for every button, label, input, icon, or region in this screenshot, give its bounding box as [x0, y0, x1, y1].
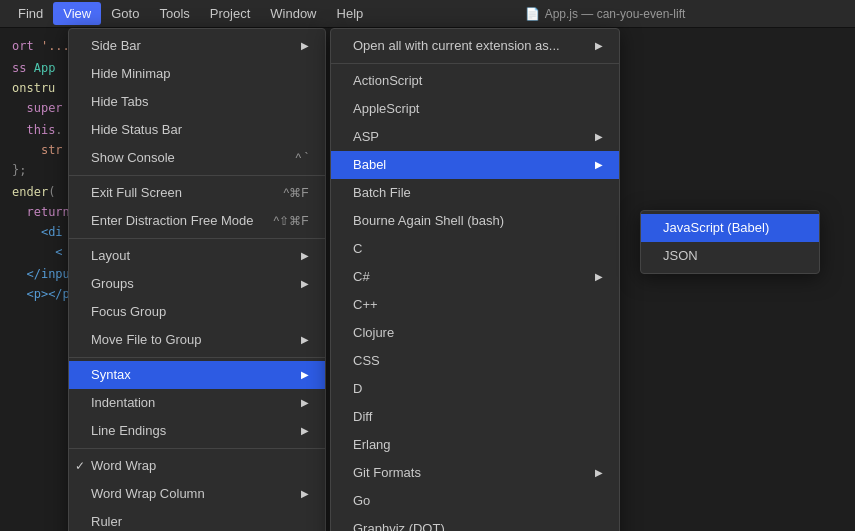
menu-item-json[interactable]: JSON [641, 242, 819, 270]
menu-item-indentation[interactable]: Indentation ▶ [69, 389, 325, 417]
submenu-arrow: ▶ [595, 155, 603, 175]
menu-item-git-formats[interactable]: Git Formats ▶ [331, 459, 619, 487]
menu-goto[interactable]: Goto [101, 2, 149, 25]
menu-item-syntax[interactable]: Syntax ▶ [69, 361, 325, 389]
menu-item-batch-file[interactable]: Batch File [331, 179, 619, 207]
menu-item-hide-tabs[interactable]: Hide Tabs [69, 88, 325, 116]
menu-item-hide-minimap[interactable]: Hide Minimap [69, 60, 325, 88]
menu-separator [69, 238, 325, 239]
menu-item-ruler[interactable]: Ruler [69, 508, 325, 531]
menu-separator [69, 448, 325, 449]
menu-item-move-file[interactable]: Move File to Group ▶ [69, 326, 325, 354]
menu-item-c[interactable]: C [331, 235, 619, 263]
menu-separator [331, 63, 619, 64]
menu-item-erlang[interactable]: Erlang [331, 431, 619, 459]
check-icon: ✓ [75, 456, 85, 476]
submenu-arrow: ▶ [301, 421, 309, 441]
menubar: Find View Goto Tools Project Window Help… [0, 0, 855, 28]
menu-find[interactable]: Find [8, 2, 53, 25]
menu-item-layout[interactable]: Layout ▶ [69, 242, 325, 270]
submenu-arrow: ▶ [301, 365, 309, 385]
menu-separator [69, 357, 325, 358]
submenu-arrow: ▶ [595, 267, 603, 287]
submenu-arrow: ▶ [301, 36, 309, 56]
menu-item-word-wrap-column[interactable]: Word Wrap Column ▶ [69, 480, 325, 508]
menu-item-d[interactable]: D [331, 375, 619, 403]
submenu-arrow: ▶ [595, 127, 603, 147]
menu-window[interactable]: Window [260, 2, 326, 25]
menu-item-distraction-free[interactable]: Enter Distraction Free Mode ^⇧⌘F [69, 207, 325, 235]
menu-item-cpp[interactable]: C++ [331, 291, 619, 319]
submenu-arrow: ▶ [301, 330, 309, 350]
menu-item-groups[interactable]: Groups ▶ [69, 270, 325, 298]
menu-item-bash[interactable]: Bourne Again Shell (bash) [331, 207, 619, 235]
submenu-arrow: ▶ [301, 274, 309, 294]
menu-item-asp[interactable]: ASP ▶ [331, 123, 619, 151]
menu-view[interactable]: View [53, 2, 101, 25]
menu-item-csharp[interactable]: C# ▶ [331, 263, 619, 291]
menu-project[interactable]: Project [200, 2, 260, 25]
menu-item-babel[interactable]: Babel ▶ [331, 151, 619, 179]
menu-item-hide-status[interactable]: Hide Status Bar [69, 116, 325, 144]
menu-item-exit-fullscreen[interactable]: Exit Full Screen ^⌘F [69, 179, 325, 207]
submenu-arrow: ▶ [595, 36, 603, 56]
menu-item-javascript-babel[interactable]: JavaScript (Babel) [641, 214, 819, 242]
menu-item-applescript[interactable]: AppleScript [331, 95, 619, 123]
menu-item-diff[interactable]: Diff [331, 403, 619, 431]
submenu-arrow: ▶ [301, 484, 309, 504]
menu-item-show-console[interactable]: Show Console ^ ` [69, 144, 325, 172]
title-text: App.js — can-you-even-lift [545, 7, 686, 21]
menu-item-line-endings[interactable]: Line Endings ▶ [69, 417, 325, 445]
menu-separator [69, 175, 325, 176]
menu-item-clojure[interactable]: Clojure [331, 319, 619, 347]
menu-item-sidebar[interactable]: Side Bar ▶ [69, 32, 325, 60]
menu-item-css[interactable]: CSS [331, 347, 619, 375]
menu-item-actionscript[interactable]: ActionScript [331, 67, 619, 95]
menu-tools[interactable]: Tools [149, 2, 199, 25]
submenu-arrow: ▶ [301, 246, 309, 266]
menu-item-go[interactable]: Go [331, 487, 619, 515]
menu-item-graphviz[interactable]: Graphviz (DOT) [331, 515, 619, 531]
babel-submenu-dropdown: JavaScript (Babel) JSON [640, 210, 820, 274]
submenu-arrow: ▶ [301, 393, 309, 413]
menu-item-word-wrap[interactable]: ✓ Word Wrap [69, 452, 325, 480]
file-icon: 📄 [525, 7, 540, 21]
title-bar: 📄 App.js — can-you-even-lift [355, 0, 855, 28]
view-menu-dropdown: Side Bar ▶ Hide Minimap Hide Tabs Hide S… [68, 28, 326, 531]
syntax-submenu-dropdown: Open all with current extension as... ▶ … [330, 28, 620, 531]
menu-item-focus-group[interactable]: Focus Group [69, 298, 325, 326]
submenu-arrow: ▶ [595, 463, 603, 483]
menu-item-open-all[interactable]: Open all with current extension as... ▶ [331, 32, 619, 60]
